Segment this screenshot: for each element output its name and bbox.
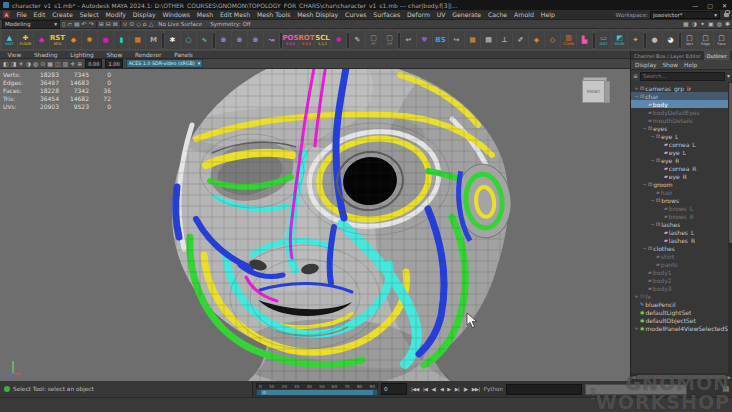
outliner-row[interactable]: − ⊡ clothes <box>631 244 732 252</box>
shelf-button[interactable]: ↝ <box>264 31 279 49</box>
shelf-button[interactable]: ▢ Face <box>714 31 729 49</box>
shelf-button[interactable]: ◕ <box>663 31 678 49</box>
shelf-button[interactable]: ● <box>647 31 662 49</box>
filter-icon[interactable]: ≡ <box>633 73 638 79</box>
shelf-button[interactable]: ↩ <box>401 31 416 49</box>
expander-icon[interactable]: − <box>634 94 639 99</box>
shelf-button[interactable]: SCL 1,1,1 <box>315 31 330 49</box>
outliner-row[interactable]: + ⊡ fx <box>631 292 732 300</box>
expander-icon[interactable]: + <box>634 294 639 299</box>
playback-button[interactable]: ▶| <box>454 386 461 392</box>
maximize-button[interactable]: ▢ <box>707 2 713 9</box>
menu-item[interactable]: UV <box>433 11 449 18</box>
playback-button[interactable]: ▶▶| <box>471 386 481 392</box>
shelf-button[interactable]: ∿ <box>197 31 212 49</box>
shelf-button[interactable] <box>644 33 646 48</box>
shelf-button[interactable] <box>593 33 595 48</box>
viewport-toolbar-icon[interactable]: ▦ <box>47 61 53 67</box>
status-icon[interactable]: ⊠ <box>113 21 118 27</box>
outliner-row[interactable]: ◉ defaultObjectSet <box>631 316 732 324</box>
shelf-button[interactable]: ◇ <box>545 31 560 49</box>
exposure-field[interactable]: 0.00 <box>85 59 102 68</box>
shelf-button[interactable]: ▦ <box>130 31 145 49</box>
outliner-menu-item[interactable]: Help <box>684 62 697 68</box>
status-icon[interactable]: ▦ <box>683 21 689 27</box>
shelf-button[interactable] <box>162 33 164 48</box>
status-icon[interactable]: ✦ <box>700 21 705 27</box>
panel-menu-item[interactable]: Lighting <box>67 52 97 58</box>
menu-item[interactable]: Surfaces <box>370 11 404 18</box>
shelf-button[interactable]: ⊕ <box>248 31 263 49</box>
expander-icon[interactable]: − <box>642 126 647 131</box>
shelf-button[interactable]: ○ <box>181 31 196 49</box>
command-line-input[interactable] <box>506 384 582 395</box>
script-editor-icon[interactable]: ▤ <box>722 385 729 393</box>
expander-icon[interactable]: − <box>642 246 647 251</box>
expander-icon[interactable]: + <box>634 326 639 331</box>
menu-item[interactable]: Modify <box>102 11 129 18</box>
outliner-row[interactable]: − ⊡ eye_L <box>631 132 732 140</box>
status-icon[interactable]: ✱ <box>725 21 730 27</box>
gamma-field[interactable]: 1.00 <box>105 59 122 68</box>
viewport-canvas[interactable]: Verts: 18283 7345 0 Edges: 36497 14683 0 <box>0 69 630 381</box>
menu-item[interactable]: Display <box>129 11 159 18</box>
outliner-row[interactable]: − ⊡ eye_R <box>631 156 732 164</box>
shelf-button[interactable]: ⊥ <box>497 31 512 49</box>
viewport-toolbar-icon[interactable]: ◑ <box>26 61 31 67</box>
shelf-button[interactable]: ♥ <box>417 31 432 49</box>
outliner-row[interactable]: ▰ cornea_R <box>631 164 732 172</box>
status-icon[interactable]: △ <box>149 21 154 27</box>
playback-button[interactable]: ▶ <box>446 386 451 392</box>
viewport-toolbar-icon[interactable]: ✛ <box>70 61 75 67</box>
outliner-row[interactable]: − ⊡ char <box>631 92 732 100</box>
menu-item[interactable]: Edit Mesh <box>217 11 254 18</box>
outliner-row[interactable]: ▰ body1 <box>631 268 732 276</box>
menu-item[interactable]: Generate <box>449 11 485 18</box>
lock-icon[interactable] <box>724 13 729 17</box>
vertical-scrollbar[interactable] <box>728 82 732 373</box>
shelf-button[interactable]: ● <box>98 31 113 49</box>
shelf-button[interactable]: ▢ FF <box>366 31 381 49</box>
shelf-button[interactable] <box>347 33 349 48</box>
viewport-toolbar-icon[interactable]: ⊙ <box>40 61 45 67</box>
panel-menu-item[interactable]: Shading <box>31 52 61 58</box>
outliner-row[interactable]: ▰ eye_R <box>631 172 732 180</box>
viewport-toolbar-icon[interactable]: ◍ <box>33 61 38 67</box>
shelf-button[interactable]: ◆ <box>34 31 49 49</box>
playback-button[interactable]: ◀ <box>439 386 444 392</box>
shelf-button[interactable]: ✦ <box>628 31 643 49</box>
status-icon[interactable]: ◇ <box>136 21 141 27</box>
outliner-row[interactable]: ▰ mouthDetails <box>631 116 732 124</box>
status-icon[interactable]: ▣ <box>708 21 714 27</box>
shelf-button[interactable]: ▢ Vert <box>682 31 697 49</box>
menu-item[interactable]: Cache <box>485 11 511 18</box>
viewport-toolbar-icon[interactable]: ▥ <box>63 61 69 67</box>
symmetry-label[interactable]: Symmetry: Off <box>207 21 254 27</box>
menu-set-dropdown[interactable]: Modeling ▾ <box>2 20 60 29</box>
status-icon[interactable]: ⊙ <box>129 21 134 27</box>
outliner-row[interactable]: − ⊡ lashes <box>631 220 732 228</box>
range-end-handle[interactable] <box>373 390 377 395</box>
shelf-button[interactable]: POS 0,0,0 <box>283 31 298 49</box>
status-icon[interactable]: ▤ <box>74 21 80 27</box>
shelf-button[interactable]: ▲ AVST <box>2 31 17 49</box>
current-frame-field[interactable]: 0 <box>381 383 407 395</box>
shelf-button[interactable] <box>213 33 215 48</box>
shelf-button[interactable]: ▙ <box>577 31 592 49</box>
shelf-button[interactable]: ↪ <box>449 31 464 49</box>
playback-button[interactable]: |◀◀ <box>410 386 420 392</box>
menu-item[interactable]: Edit <box>30 11 49 18</box>
outliner-row[interactable]: ▰ lashes_R <box>631 236 732 244</box>
shelf-button[interactable]: ✺ <box>82 31 97 49</box>
close-button[interactable]: ✕ <box>722 2 727 9</box>
shelf-button[interactable]: ◩ MASK <box>612 31 627 49</box>
outliner-row[interactable]: ▰ lashes_L <box>631 228 732 236</box>
panel-menu-item[interactable]: View <box>4 52 25 58</box>
shelf-button[interactable]: ✱ <box>165 31 180 49</box>
shelf-button[interactable]: ▢ Edge <box>698 31 713 49</box>
shelf-button[interactable]: ✚ FLOOR <box>18 31 33 49</box>
panel-menu-item[interactable]: Panels <box>171 52 196 58</box>
horizontal-scrollbar[interactable]: ◀ ▶ <box>631 373 732 381</box>
outliner-row[interactable]: − ⊡ brows <box>631 196 732 204</box>
expander-icon[interactable]: − <box>650 134 655 139</box>
